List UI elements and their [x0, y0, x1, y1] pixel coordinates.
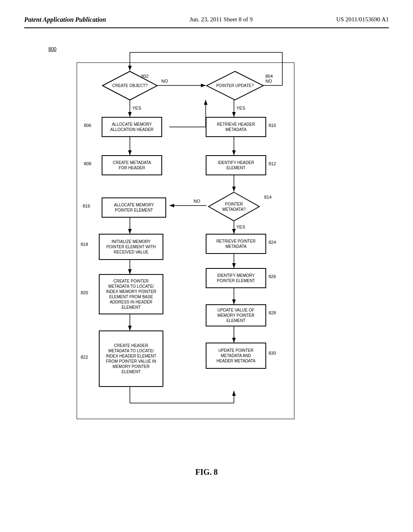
header-right: US 2011/0153690 A1 — [336, 16, 389, 23]
page: Patent Application Publication Jun. 23, … — [0, 0, 413, 532]
ref-800: 800 — [48, 46, 56, 52]
header-divider — [24, 27, 389, 28]
page-header: Patent Application Publication Jun. 23, … — [24, 16, 389, 23]
diagram-area: YES NO NO YES — [24, 40, 389, 463]
diagram-border — [77, 62, 294, 419]
fig-label: FIG. 8 — [24, 468, 389, 477]
node-802-text: CREATE OBJECT? — [112, 83, 148, 88]
header-center: Jun. 23, 2011 Sheet 8 of 9 — [190, 16, 252, 23]
header-left: Patent Application Publication — [24, 16, 106, 23]
node-804-text: POINTER UPDATE? — [216, 83, 254, 88]
node-814-text: POINTER METADATA? — [222, 202, 246, 212]
